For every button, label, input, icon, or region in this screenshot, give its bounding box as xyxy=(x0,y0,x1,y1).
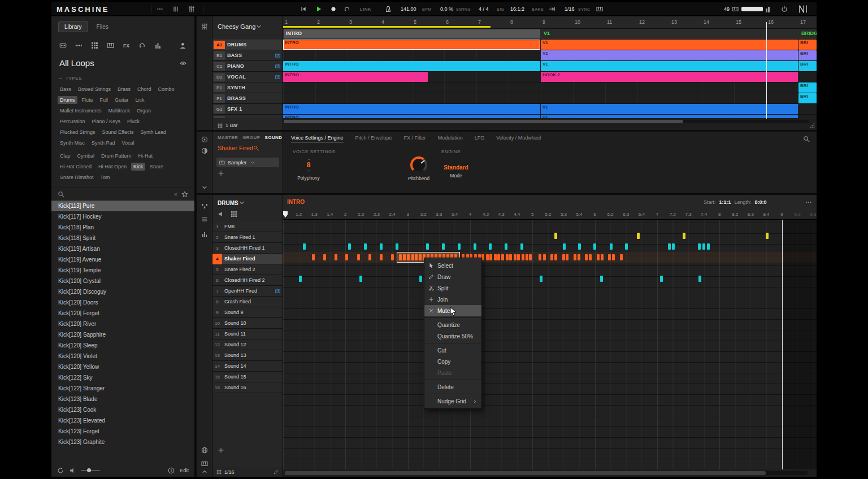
context-menu-item-join[interactable]: Join xyxy=(424,294,481,305)
library-search-input[interactable] xyxy=(68,191,170,197)
clip-bri[interactable]: BRI xyxy=(798,50,817,60)
subtype-tag-snare[interactable]: Snare xyxy=(147,163,166,171)
note-lane-sound-16[interactable] xyxy=(283,381,817,391)
note-event[interactable] xyxy=(601,254,604,260)
scene-intro[interactable]: INTRO xyxy=(284,29,540,38)
note-event[interactable] xyxy=(766,233,769,239)
note-event[interactable] xyxy=(442,243,445,250)
browser-result-item[interactable]: Kick[123] Elevated xyxy=(51,415,194,426)
track-header-bass[interactable]: B1BASS xyxy=(212,50,283,61)
browser-result-item[interactable]: Kick[123] Cook xyxy=(51,404,194,415)
favorites-icon[interactable] xyxy=(181,191,188,198)
clip-intro[interactable]: INTRO xyxy=(283,40,540,50)
type-tag-mallet-instruments[interactable]: Mallet Instruments xyxy=(58,107,104,115)
types-section-header[interactable]: TYPES xyxy=(51,69,194,84)
group-selector[interactable]: Cheesy Gang xyxy=(218,21,280,32)
browser-result-item[interactable]: Kick[120] Yellow xyxy=(51,362,194,372)
clip-intro[interactable]: INTRO xyxy=(283,72,428,82)
record-button[interactable] xyxy=(330,6,337,12)
arranger-lane-drums[interactable]: INTROV1BRI xyxy=(283,40,817,50)
browser-result-item[interactable]: Kick[120] River xyxy=(51,319,194,329)
note-lane-closedhh-fired-1[interactable] xyxy=(283,241,817,252)
arranger-grid-setting[interactable]: 1 Bar xyxy=(218,123,238,128)
swing-value[interactable]: 0.0 % xyxy=(440,2,453,16)
oneshots-filter-icon[interactable] xyxy=(154,42,162,49)
note-event[interactable] xyxy=(357,254,360,260)
note-event[interactable] xyxy=(345,254,348,260)
type-tag-piano-keys[interactable]: Piano / Keys xyxy=(90,117,123,125)
subtype-tag-tom[interactable]: Tom xyxy=(98,173,112,181)
song-position-value[interactable]: 16:1:2 xyxy=(510,2,524,16)
selected-sound-name[interactable]: Shaker Fired xyxy=(218,145,253,151)
note-event[interactable] xyxy=(522,254,524,260)
parameter-search-icon[interactable] xyxy=(803,136,810,142)
browser-result-item[interactable]: Kick[118] Spirit xyxy=(51,233,194,243)
sound-row-sound-13[interactable]: 13Sound 13 xyxy=(212,350,283,361)
note-event[interactable] xyxy=(312,254,315,260)
subtype-tag-drum-pattern[interactable]: Drum Pattern xyxy=(99,152,134,160)
note-lane-closedhh-fired-2[interactable] xyxy=(283,273,817,284)
note-event[interactable] xyxy=(578,254,580,260)
piano-roll-icon[interactable] xyxy=(201,460,208,467)
browser-result-item[interactable]: Kick[120] Sleep xyxy=(51,340,194,351)
browser-result-item[interactable]: Kick[119] Avenue xyxy=(51,254,194,265)
note-event[interactable] xyxy=(514,254,517,260)
sound-row-shaker-fired[interactable]: 4Shaker Fired xyxy=(212,254,283,264)
browser-link-icon[interactable] xyxy=(201,447,208,454)
sound-row-sound-9[interactable]: 9Sound 9 xyxy=(212,307,283,318)
pattern-scrollbar[interactable] xyxy=(285,471,808,475)
browser-result-item[interactable]: Kick[123] Forget xyxy=(51,426,194,437)
arranger-lane-synth[interactable]: BRI xyxy=(283,82,817,93)
note-event[interactable] xyxy=(419,276,422,282)
note-event[interactable] xyxy=(501,254,504,260)
param-tab-velocity-modwheel[interactable]: Velocity / Modwheel xyxy=(496,135,541,142)
type-tag-pluck[interactable]: Pluck xyxy=(125,117,142,125)
master-volume-meter[interactable] xyxy=(741,7,763,11)
note-event[interactable] xyxy=(707,243,710,250)
type-tag-synth-pad[interactable]: Synth Pad xyxy=(89,139,118,147)
tab-library[interactable]: Library xyxy=(58,21,88,32)
note-event[interactable] xyxy=(660,276,663,282)
context-menu-item-split[interactable]: Split xyxy=(424,282,481,294)
loops-filter-icon[interactable] xyxy=(138,42,146,49)
param-tab-lfo[interactable]: LFO xyxy=(475,135,485,142)
polyphony-stepper[interactable]: 8 xyxy=(290,158,327,173)
track-header-piano[interactable]: C1PIANO xyxy=(212,61,283,72)
plugin-selector[interactable]: Sampler xyxy=(216,158,279,167)
type-tag-flute[interactable]: Flute xyxy=(80,96,96,104)
clip-intro[interactable]: INTRO xyxy=(283,104,540,114)
note-event[interactable] xyxy=(506,254,509,260)
note-event[interactable] xyxy=(562,254,565,260)
browser-result-item[interactable]: Kick[122] Stranger xyxy=(51,383,194,394)
note-event[interactable] xyxy=(426,243,429,250)
note-lane-sound-12[interactable] xyxy=(283,338,817,349)
sound-row-openhh-fired[interactable]: 7OpenHH Fired xyxy=(212,286,283,297)
clear-search-icon[interactable]: × xyxy=(174,191,177,198)
type-tag-synth-lead[interactable]: Synth Lead xyxy=(138,128,168,136)
note-event[interactable] xyxy=(610,243,613,250)
refresh-icon[interactable] xyxy=(57,467,64,474)
note-lane-sound-9[interactable] xyxy=(283,306,817,316)
note-grid[interactable] xyxy=(283,220,817,469)
track-header-brass[interactable]: F1BRASS xyxy=(212,93,283,104)
type-tag-combo[interactable]: Combo xyxy=(156,85,177,93)
note-event[interactable] xyxy=(520,243,523,250)
note-event[interactable] xyxy=(505,243,507,250)
scene-v1[interactable]: V1 xyxy=(541,29,552,38)
note-lane-snare-fired-1[interactable] xyxy=(283,230,817,241)
note-event[interactable] xyxy=(380,254,383,260)
type-tag-sound-effects[interactable]: Sound Effects xyxy=(100,128,136,136)
browser-result-item[interactable]: Kick[120] Violet xyxy=(51,351,194,362)
type-tag-multitrack[interactable]: Multitrack xyxy=(106,107,133,115)
param-tab-pitch-envelope[interactable]: Pitch / Envelope xyxy=(355,135,392,142)
sound-row-snare-fired-1[interactable]: 2Snare Fired 1 xyxy=(212,232,283,243)
context-menu-item-draw[interactable]: Draw xyxy=(424,271,481,282)
sound-row-snare-fired-2[interactable]: 5Snare Fired 2 xyxy=(212,264,283,275)
view-options-icon[interactable] xyxy=(157,6,163,12)
note-lane-sound-15[interactable] xyxy=(283,370,817,381)
note-event[interactable] xyxy=(359,276,362,282)
sound-row-sound-12[interactable]: 12Sound 12 xyxy=(212,339,283,350)
note-event[interactable] xyxy=(597,254,600,260)
note-event[interactable] xyxy=(585,254,588,260)
note-event[interactable] xyxy=(497,254,500,260)
